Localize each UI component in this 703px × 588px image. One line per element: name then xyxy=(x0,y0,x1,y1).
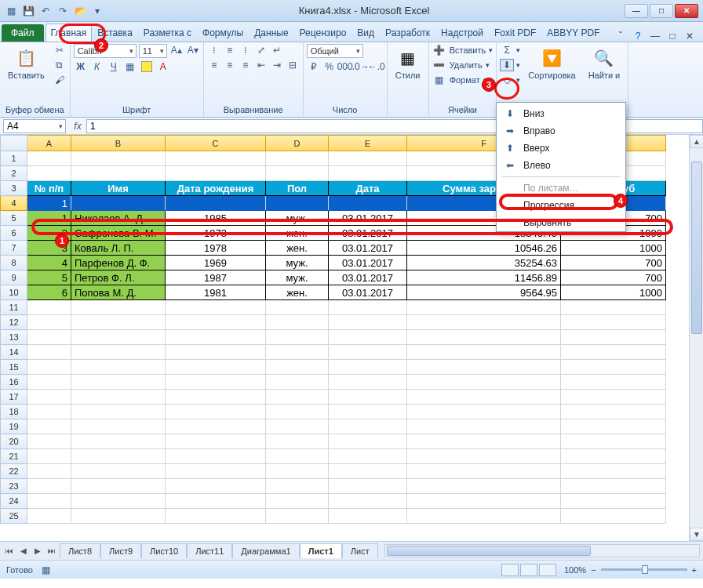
cell[interactable] xyxy=(407,449,561,464)
row-header[interactable]: 23 xyxy=(1,479,27,494)
cell[interactable]: 1969 xyxy=(166,256,266,270)
cell[interactable] xyxy=(166,166,266,181)
table-header-cell[interactable]: Имя xyxy=(71,181,166,196)
cell[interactable] xyxy=(27,375,71,390)
sheet-tab[interactable]: Лист xyxy=(342,543,378,558)
cell[interactable] xyxy=(27,300,71,315)
cell[interactable] xyxy=(71,196,166,211)
row-header[interactable]: 10 xyxy=(1,285,27,300)
cell[interactable]: 1973 xyxy=(166,226,266,241)
cell[interactable]: 9564.95 xyxy=(407,285,561,300)
row-header[interactable]: 1 xyxy=(1,151,27,166)
col-header[interactable]: D xyxy=(266,136,329,151)
cell[interactable]: 6 xyxy=(27,285,71,300)
cell[interactable] xyxy=(27,494,71,509)
cell[interactable] xyxy=(166,315,266,330)
cell[interactable] xyxy=(266,300,329,315)
cell[interactable] xyxy=(561,405,666,419)
row-header[interactable]: 17 xyxy=(1,390,27,405)
cell[interactable]: муж. xyxy=(266,270,329,285)
cell[interactable] xyxy=(407,300,561,315)
cell[interactable] xyxy=(266,330,329,345)
cell[interactable] xyxy=(329,509,407,524)
cell[interactable] xyxy=(166,151,266,166)
cell[interactable] xyxy=(329,300,407,315)
sheet-tab[interactable]: Лист10 xyxy=(141,543,187,558)
cell[interactable] xyxy=(266,166,329,181)
cell[interactable] xyxy=(561,300,666,315)
cell[interactable] xyxy=(407,315,561,330)
align-top-icon[interactable]: ⫶ xyxy=(207,44,221,56)
sheet-nav-prev-icon[interactable]: ◀ xyxy=(17,545,30,557)
cell[interactable]: 5 xyxy=(27,270,71,285)
cell[interactable]: 03.01.2017 xyxy=(329,285,407,300)
maximize-button[interactable]: □ xyxy=(650,4,673,18)
cell[interactable] xyxy=(27,449,71,464)
sheet-tab[interactable]: Лист8 xyxy=(60,543,100,558)
cell[interactable] xyxy=(71,419,166,434)
cell[interactable] xyxy=(27,405,71,419)
increase-decimal-icon[interactable]: .0→ xyxy=(354,60,368,73)
autosum-icon[interactable]: Σ xyxy=(500,44,514,56)
tab-view[interactable]: Вид xyxy=(352,24,380,42)
cell[interactable] xyxy=(166,345,266,360)
cell[interactable] xyxy=(166,300,266,315)
tab-abbyy[interactable]: ABBYY PDF xyxy=(541,24,605,42)
row-header[interactable]: 4 xyxy=(1,196,27,211)
cell[interactable] xyxy=(329,464,407,479)
cell[interactable] xyxy=(266,419,329,434)
col-header[interactable]: E xyxy=(329,136,407,151)
cell[interactable]: 11456.89 xyxy=(407,270,561,285)
cell[interactable] xyxy=(71,464,166,479)
col-header[interactable]: A xyxy=(27,136,71,151)
sheet-tab[interactable]: Лист9 xyxy=(100,543,141,558)
cell[interactable] xyxy=(71,360,166,375)
cell[interactable] xyxy=(27,315,71,330)
cell[interactable]: 1 xyxy=(27,196,71,211)
fill-series-item[interactable]: Прогрессия… xyxy=(498,197,624,214)
merge-icon[interactable]: ⊟ xyxy=(286,59,300,71)
cell[interactable] xyxy=(27,345,71,360)
percent-icon[interactable]: % xyxy=(322,60,337,73)
zoom-slider[interactable] xyxy=(601,568,687,571)
tab-foxit[interactable]: Foxit PDF xyxy=(489,24,541,42)
cell[interactable]: 1981 xyxy=(166,285,266,300)
increase-font-icon[interactable]: A▴ xyxy=(169,44,184,56)
cell[interactable]: Петров Ф. Л. xyxy=(71,270,166,285)
scroll-up-icon[interactable]: ▲ xyxy=(690,135,703,148)
cell[interactable] xyxy=(561,479,666,494)
redo-icon[interactable]: ↷ xyxy=(56,5,69,17)
cell[interactable] xyxy=(71,315,166,330)
cell[interactable] xyxy=(407,390,561,405)
row-header[interactable]: 6 xyxy=(1,226,27,241)
cell[interactable] xyxy=(166,390,266,405)
fill-down-item[interactable]: ⬇Вниз xyxy=(498,105,624,122)
cell[interactable] xyxy=(407,434,561,449)
currency-icon[interactable]: ₽ xyxy=(307,60,321,73)
align-center-icon[interactable]: ≡ xyxy=(223,59,237,71)
zoom-in-icon[interactable]: + xyxy=(692,565,697,575)
horizontal-scrollbar[interactable] xyxy=(384,544,700,557)
table-header-cell[interactable]: № п/п xyxy=(27,181,71,196)
cell[interactable] xyxy=(329,315,407,330)
decrease-decimal-icon[interactable]: ←.0 xyxy=(370,60,384,73)
cell[interactable] xyxy=(71,509,166,524)
cell[interactable] xyxy=(27,360,71,375)
sheet-nav-next-icon[interactable]: ▶ xyxy=(31,545,44,557)
cell[interactable]: 03.01.2017 xyxy=(329,226,407,241)
styles-button[interactable]: ▦ Стили xyxy=(391,44,425,83)
cell[interactable] xyxy=(166,330,266,345)
cell[interactable] xyxy=(266,375,329,390)
cell[interactable] xyxy=(266,479,329,494)
row-header[interactable]: 13 xyxy=(1,330,27,345)
cell[interactable] xyxy=(407,509,561,524)
cell[interactable]: жен. xyxy=(266,226,329,241)
tab-home[interactable]: Главная xyxy=(46,24,93,42)
cell[interactable] xyxy=(407,375,561,390)
cut-icon[interactable]: ✂ xyxy=(53,44,67,56)
cell[interactable] xyxy=(71,151,166,166)
format-painter-icon[interactable]: 🖌 xyxy=(53,74,67,86)
font-color-icon[interactable]: A xyxy=(156,60,170,73)
cell[interactable] xyxy=(561,390,666,405)
cell[interactable] xyxy=(407,345,561,360)
